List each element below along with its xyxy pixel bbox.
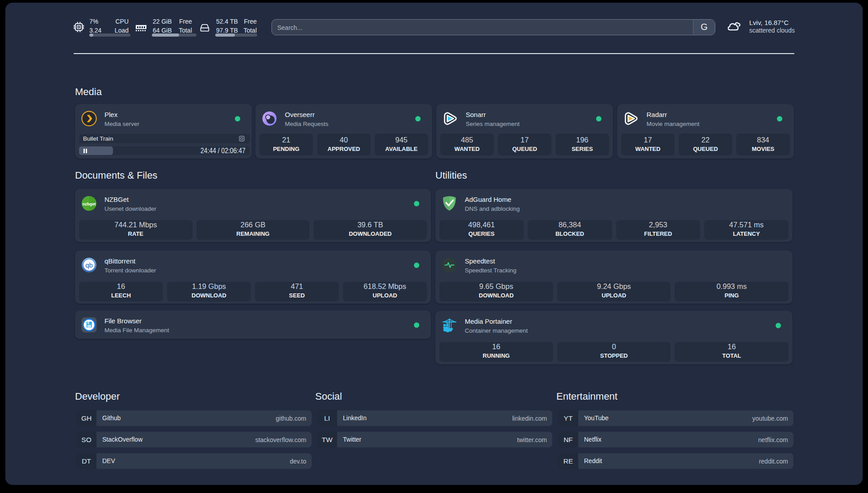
svg-text:nzbget: nzbget	[83, 202, 96, 206]
svg-text:qb: qb	[85, 261, 93, 269]
